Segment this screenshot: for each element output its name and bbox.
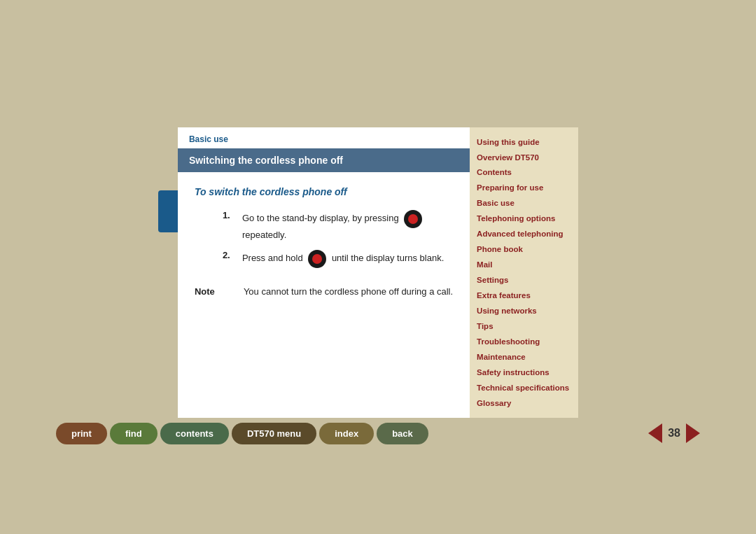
sidebar-item-phone-book[interactable]: Phone book [477,243,571,256]
content-body: To switch the cordless phone off 1. Go t… [178,172,470,419]
steps-list: 1. Go to the stand-by display, by pressi… [223,210,453,269]
next-page-button[interactable] [686,423,700,443]
sidebar-item-glossary[interactable]: Glossary [477,397,571,410]
sidebar-item-overview[interactable]: Overview DT570 [477,151,571,164]
step-2-number: 2. [223,250,242,260]
note-text: You cannot turn the cordless phone off d… [244,286,453,297]
section-title: To switch the cordless phone off [195,186,453,197]
sidebar-item-preparing[interactable]: Preparing for use [477,181,571,195]
chapter-tab [158,190,178,232]
contents-button[interactable]: contents [160,423,229,444]
sidebar-item-basic-use[interactable]: Basic use [477,197,571,210]
sidebar-item-maintenance[interactable]: Maintenance [477,351,571,364]
step-2-text: Press and hold until the display turns b… [242,250,453,268]
sidebar-item-mail[interactable]: Mail [477,258,571,272]
sidebar-item-contents[interactable]: Contents [477,166,571,179]
chapter-title: Switching the cordless phone off [189,155,343,166]
dt570-menu-button[interactable]: DT570 menu [232,423,316,444]
find-button[interactable]: find [110,423,158,444]
sidebar-item-using-networks[interactable]: Using networks [477,304,571,318]
step-1-text: Go to the stand-by display, by pressing … [242,210,453,242]
breadcrumb: Basic use [178,127,470,148]
sidebar: Using this guide Overview DT570 Contents… [470,127,578,419]
note-label: Note [195,286,244,297]
content-area: Basic use Switching the cordless phone o… [178,127,470,419]
sidebar-item-settings[interactable]: Settings [477,274,571,287]
phone-icon-2 [308,250,326,268]
toolbar: print find contents DT570 menu index bac… [56,418,700,449]
sidebar-item-tips[interactable]: Tips [477,320,571,333]
print-button[interactable]: print [56,423,107,444]
sidebar-item-safety[interactable]: Safety instructions [477,366,571,379]
phone-icon-1 [404,210,422,228]
note-section: Note You cannot turn the cordless phone … [195,282,453,301]
chapter-header: Switching the cordless phone off [178,148,470,172]
sidebar-item-technical[interactable]: Technical specifications [477,381,571,395]
page-number: 38 [668,427,680,440]
prev-page-button[interactable] [648,423,662,443]
step-2: 2. Press and hold until the display turn… [223,250,453,268]
back-button[interactable]: back [377,423,428,444]
sidebar-item-advanced-telephoning[interactable]: Advanced telephoning [477,227,571,241]
sidebar-item-troubleshooting[interactable]: Troubleshooting [477,335,571,349]
step-1: 1. Go to the stand-by display, by pressi… [223,210,453,242]
sidebar-item-using-this-guide[interactable]: Using this guide [477,136,571,149]
sidebar-item-telephoning-options[interactable]: Telephoning options [477,212,571,225]
sidebar-item-extra-features[interactable]: Extra features [477,289,571,302]
toolbar-buttons: print find contents DT570 menu index bac… [56,423,641,444]
page-navigation: 38 [648,423,700,443]
step-1-number: 1. [223,210,242,220]
index-button[interactable]: index [319,423,374,444]
